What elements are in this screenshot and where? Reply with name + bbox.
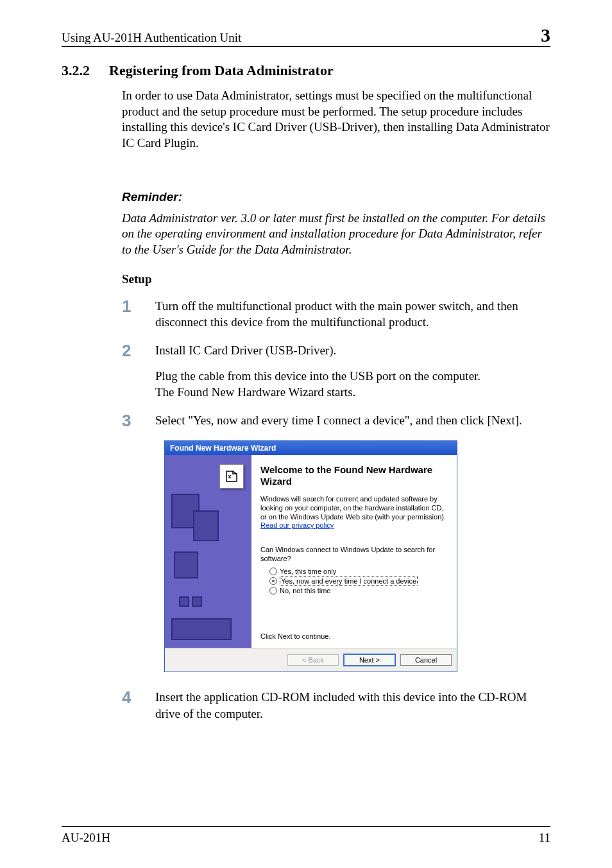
step-text: Turn off the multifunctional product wit… [155,298,550,331]
page: Using AU-201H Authentication Unit 3 3.2.… [0,0,612,868]
step-2-sub1: Plug the cable from this device into the… [155,369,480,383]
running-header: Using AU-201H Authentication Unit 3 [62,26,550,47]
radio-icon-selected [269,577,277,585]
section-title: Registering from Data Administrator [109,62,334,79]
wizard-footer: < Back Next > Cancel [165,648,457,672]
back-button: < Back [287,654,339,666]
next-button[interactable]: Next > [343,654,396,666]
step-3: 3 Select "Yes, now and every time I conn… [122,412,550,429]
step-number: 1 [122,298,155,331]
body-block: In order to use Data Administrator, sett… [122,88,550,286]
radio-label: Yes, this time only [280,568,336,575]
reminder-text: Data Administrator ver. 3.0 or later mus… [122,211,550,258]
cancel-button[interactable]: Cancel [400,654,452,666]
section-number: 3.2.2 [62,62,90,79]
steps-block-after: 4 Insert the application CD-ROM included… [122,689,550,722]
step-2: 2 Install IC Card Driver (USB-Driver). P… [122,342,550,401]
wizard-question: Can Windows connect to Windows Update to… [260,546,448,564]
setup-heading: Setup [122,272,550,286]
wizard-description: Windows will search for current and upda… [260,495,448,521]
steps-block: 1 Turn off the multifunctional product w… [122,298,550,429]
radio-option-yes-once[interactable]: Yes, this time only [269,568,448,575]
step-text: Select "Yes, now and every time I connec… [155,412,550,429]
radio-option-yes-always[interactable]: Yes, now and every time I connect a devi… [269,577,448,586]
wizard-heading: Welcome to the Found New Hardware Wizard [260,464,448,487]
footer-page-number: 11 [539,831,550,845]
radio-option-no[interactable]: No, not this time [269,587,448,595]
wizard-continue-hint: Click Next to continue. [260,632,330,640]
section-heading: 3.2.2 Registering from Data Administrato… [62,62,550,79]
reminder-label: Reminder: [122,190,550,204]
wizard-sidebar-graphic [165,455,251,648]
step-text: Install IC Card Driver (USB-Driver). Plu… [155,342,550,401]
step-number: 2 [122,342,155,401]
radio-icon [269,568,277,575]
wizard-content: Welcome to the Found New Hardware Wizard… [251,455,457,648]
wizard-titlebar: Found New Hardware Wizard [165,441,457,455]
wizard-radio-group: Yes, this time only Yes, now and every t… [269,568,448,595]
step-2-sub2: The Found New Hardware Wizard starts. [155,385,355,399]
step-number: 3 [122,412,155,429]
wizard-body: Welcome to the Found New Hardware Wizard… [165,455,457,648]
radio-label: Yes, now and every time I connect a devi… [280,577,418,586]
intro-paragraph: In order to use Data Administrator, sett… [122,88,550,152]
radio-icon [269,587,277,595]
step-number: 4 [122,689,155,722]
step-2-main: Install IC Card Driver (USB-Driver). [155,343,336,357]
radio-label: No, not this time [280,587,330,595]
found-new-hardware-wizard-dialog: Found New Hardware Wizard Welcome to the… [164,440,457,672]
footer-model: AU-201H [62,831,110,845]
step-4: 4 Insert the application CD-ROM included… [122,689,550,722]
step-1: 1 Turn off the multifunctional product w… [122,298,550,331]
privacy-policy-link[interactable]: Read our privacy policy [260,521,334,529]
header-left: Using AU-201H Authentication Unit [62,31,241,45]
step-text: Insert the application CD-ROM included w… [155,689,550,722]
step-2-sub: Plug the cable from this device into the… [155,368,550,401]
page-footer: AU-201H 11 [62,826,550,845]
chapter-number: 3 [541,26,550,45]
hardware-icon [219,464,244,489]
